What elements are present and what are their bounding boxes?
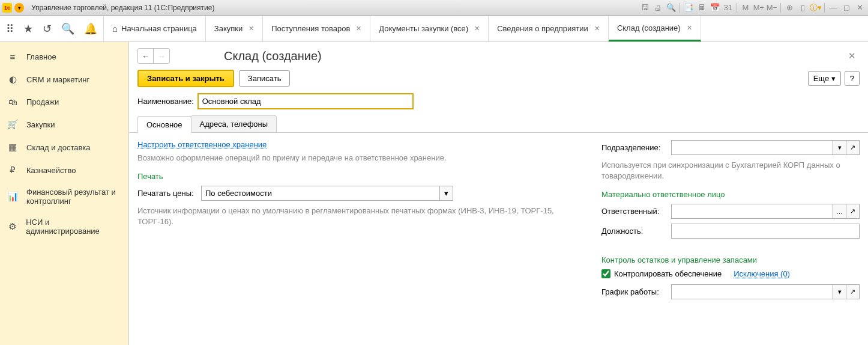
- page-title: Склад (создание): [224, 49, 322, 63]
- sidebar-item-finresult[interactable]: 📊Финансовый результат и контроллинг: [0, 182, 128, 212]
- division-dropdown-button[interactable]: ▾: [833, 140, 846, 155]
- tab-company-info[interactable]: Сведения о предприятии✕: [489, 16, 609, 41]
- control-section-title: Контроль остатков и управление запасами: [601, 255, 860, 264]
- sidebar-label: Главное: [26, 52, 56, 61]
- print-prices-label: Печатать цены:: [137, 189, 197, 198]
- tab-close-icon[interactable]: ✕: [356, 25, 361, 32]
- price-source-hint: Источник информации о ценах по умолчанию…: [137, 206, 589, 227]
- gear-icon: ⚙: [7, 221, 17, 232]
- save-button[interactable]: Записать: [239, 70, 291, 87]
- tab-label: Склад (создание): [617, 23, 681, 32]
- sidebar-item-sales[interactable]: 🛍Продажи: [0, 91, 128, 113]
- sidebar-item-warehouse[interactable]: ▦Склад и доставка: [0, 136, 128, 159]
- form-tab-main[interactable]: Основное: [137, 116, 191, 133]
- more-button[interactable]: Еще ▾: [808, 71, 841, 86]
- division-label: Подразделение:: [601, 143, 668, 152]
- mol-section-title: Материально ответственное лицо: [601, 190, 860, 199]
- tab-label: Документы закупки (все): [379, 24, 468, 33]
- tab-close-icon[interactable]: ✕: [249, 25, 254, 32]
- date-icon[interactable]: 31: [722, 2, 734, 13]
- pie-icon: ◐: [7, 74, 18, 85]
- tab-purchase-docs[interactable]: Документы закупки (все)✕: [370, 16, 489, 41]
- tab-label: Сведения о предприятии: [497, 24, 588, 33]
- zoom-icon[interactable]: ⊕: [783, 2, 795, 13]
- division-open-button[interactable]: ↗: [846, 140, 860, 155]
- sidebar-label: Продажи: [26, 97, 59, 106]
- help-button[interactable]: ?: [845, 71, 860, 86]
- boxes-icon: ▦: [7, 142, 18, 153]
- name-label: Наименование:: [137, 97, 194, 106]
- close-window-icon[interactable]: ✕: [854, 2, 866, 13]
- form-tab-addresses[interactable]: Адреса, телефоны: [191, 115, 277, 132]
- print-prices-input[interactable]: [201, 186, 440, 201]
- sidebar-item-crm[interactable]: ◐CRM и маркетинг: [0, 68, 128, 91]
- responsible-open-button[interactable]: ↗: [846, 204, 860, 219]
- preview-icon[interactable]: 🔍: [665, 2, 677, 13]
- menu-icon: ≡: [7, 52, 18, 62]
- sidebar-label: Казначейство: [26, 166, 76, 175]
- tab-close-icon[interactable]: ✕: [687, 24, 692, 32]
- tab-warehouse-create[interactable]: Склад (создание)✕: [609, 16, 701, 41]
- cart-icon: 🛒: [7, 119, 18, 130]
- tab-home[interactable]: ⌂ Начальная страница: [104, 16, 206, 41]
- m-plus-icon[interactable]: M+: [753, 2, 765, 13]
- configure-storage-hint: Возможно оформление операций по приему и…: [137, 153, 589, 163]
- history-icon[interactable]: ↺: [43, 22, 52, 35]
- tab-label: Начальная страница: [121, 24, 197, 33]
- tab-close-icon[interactable]: ✕: [474, 25, 480, 32]
- tab-purchases[interactable]: Закупки✕: [206, 16, 263, 41]
- save-and-close-button[interactable]: Записать и закрыть: [137, 70, 234, 87]
- responsible-label: Ответственный:: [601, 207, 668, 216]
- minimize-icon[interactable]: —: [827, 2, 839, 13]
- schedule-label: График работы:: [601, 287, 668, 296]
- tab-goods-receipts[interactable]: Поступления товаров✕: [263, 16, 370, 41]
- configure-storage-link[interactable]: Настроить ответственное хранение: [137, 140, 589, 149]
- close-form-icon[interactable]: ✕: [848, 50, 856, 61]
- save-icon[interactable]: 🖫: [639, 2, 651, 13]
- schedule-input[interactable]: [671, 284, 833, 299]
- info-icon[interactable]: ⓘ▾: [810, 2, 822, 13]
- sidebar-item-treasury[interactable]: ₽Казначейство: [0, 159, 128, 182]
- name-input[interactable]: [197, 93, 414, 109]
- m-minus-icon[interactable]: M−: [766, 2, 778, 13]
- calculator-icon[interactable]: 🖩: [696, 2, 708, 13]
- calendar-icon[interactable]: 📅: [709, 2, 721, 13]
- print-prices-dropdown-button[interactable]: ▾: [440, 186, 453, 201]
- sidebar-item-nsi[interactable]: ⚙НСИ и администрирование: [0, 212, 128, 242]
- sidebar-label: НСИ и администрирование: [26, 218, 121, 236]
- schedule-open-button[interactable]: ↗: [846, 284, 860, 299]
- panels-icon[interactable]: ▯: [797, 2, 809, 13]
- sidebar-item-main[interactable]: ≡Главное: [0, 46, 128, 68]
- print-section-title: Печать: [137, 172, 589, 181]
- notifications-icon[interactable]: 🔔: [84, 22, 97, 35]
- chevron-down-icon: ▾: [831, 74, 836, 83]
- tab-label: Поступления товаров: [271, 24, 350, 33]
- maximize-icon[interactable]: ◻: [840, 2, 852, 13]
- compare-icon[interactable]: 📑: [683, 2, 695, 13]
- control-supply-checkbox[interactable]: [601, 269, 610, 278]
- favorite-icon[interactable]: ★: [23, 22, 33, 35]
- division-input[interactable]: [671, 140, 833, 155]
- exceptions-link[interactable]: Исключения (0): [734, 269, 790, 278]
- position-label: Должность:: [601, 227, 668, 236]
- responsible-input[interactable]: [671, 204, 833, 219]
- sidebar-label: Закупки: [26, 120, 55, 129]
- ruble-icon: ₽: [7, 165, 18, 176]
- schedule-dropdown-button[interactable]: ▾: [833, 284, 846, 299]
- search-icon[interactable]: 🔍: [61, 22, 74, 35]
- division-hint: Используется при синхронизации с Бухгалт…: [601, 160, 860, 182]
- sidebar-label: Склад и доставка: [26, 143, 91, 152]
- app-menu-dropdown[interactable]: ▾: [14, 3, 24, 13]
- nav-forward-button[interactable]: →: [154, 49, 169, 63]
- sidebar-item-purchases[interactable]: 🛒Закупки: [0, 113, 128, 136]
- m-icon[interactable]: M: [740, 2, 752, 13]
- print-icon[interactable]: 🖨: [652, 2, 664, 13]
- tab-close-icon[interactable]: ✕: [594, 25, 600, 32]
- tab-label: Закупки: [214, 24, 243, 33]
- responsible-select-button[interactable]: …: [833, 204, 846, 219]
- position-input[interactable]: [671, 224, 860, 239]
- nav-back-button[interactable]: ←: [138, 49, 154, 63]
- home-icon: ⌂: [112, 23, 118, 34]
- apps-icon[interactable]: ⠿: [6, 22, 14, 35]
- chart-icon: 📊: [7, 191, 18, 202]
